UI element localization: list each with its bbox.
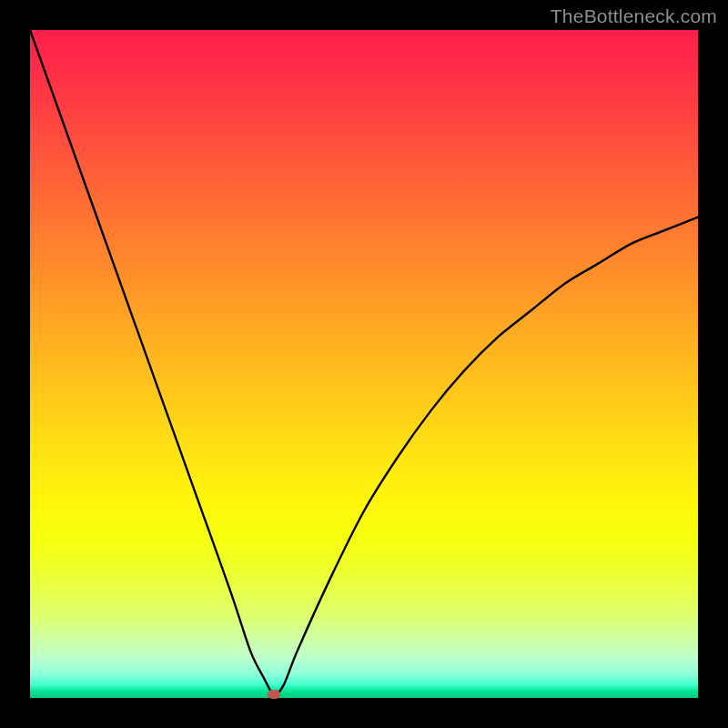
curve-svg <box>30 30 698 698</box>
plot-area <box>30 30 698 698</box>
minimum-marker <box>268 690 280 699</box>
watermark-text: TheBottleneck.com <box>551 5 717 27</box>
bottleneck-curve <box>30 30 698 694</box>
chart-container: TheBottleneck.com <box>0 0 728 728</box>
